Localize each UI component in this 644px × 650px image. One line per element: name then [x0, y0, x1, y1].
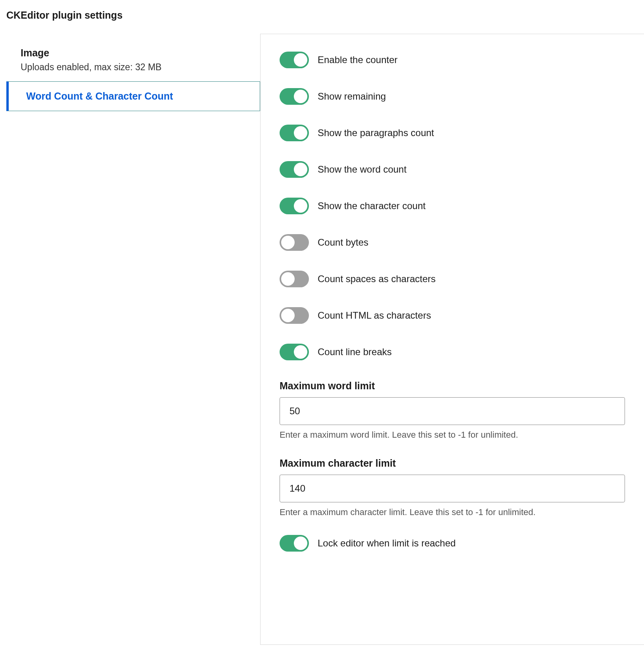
field-help-max-char: Enter a maximum character limit. Leave t…	[280, 507, 625, 517]
toggle-show-remaining[interactable]	[280, 88, 309, 105]
field-max-word-limit: Maximum word limit Enter a maximum word …	[280, 380, 625, 440]
input-max-word[interactable]	[280, 397, 625, 425]
sidebar-tab-word-count[interactable]: Word Count & Character Count	[6, 81, 260, 111]
toggle-knob	[281, 272, 295, 286]
page-title: CKEditor plugin settings	[6, 10, 644, 21]
field-label-max-char: Maximum character limit	[280, 458, 625, 469]
toggle-show-char-count[interactable]	[280, 198, 309, 214]
toggle-row: Count spaces as characters	[280, 271, 625, 287]
toggle-knob	[294, 126, 307, 140]
toggle-knob	[294, 345, 307, 359]
toggle-label: Count line breaks	[318, 346, 392, 358]
toggle-row: Show the paragraphs count	[280, 125, 625, 141]
toggle-enable-counter[interactable]	[280, 52, 309, 68]
toggle-label: Count bytes	[318, 237, 368, 248]
toggle-label: Enable the counter	[318, 54, 397, 65]
sidebar-tab-title: Image	[21, 47, 246, 59]
toggle-label: Show the word count	[318, 164, 406, 175]
toggle-row: Count HTML as characters	[280, 307, 625, 324]
toggle-row: Show the word count	[280, 161, 625, 178]
sidebar: Image Uploads enabled, max size: 32 MB W…	[6, 34, 260, 111]
sidebar-tab-image[interactable]: Image Uploads enabled, max size: 32 MB	[6, 38, 260, 81]
toggle-knob	[294, 90, 307, 103]
toggle-lock-editor[interactable]	[280, 535, 309, 552]
settings-layout: Image Uploads enabled, max size: 32 MB W…	[6, 34, 644, 645]
toggle-show-paragraphs[interactable]	[280, 125, 309, 141]
toggle-knob	[281, 309, 295, 322]
toggle-row: Show remaining	[280, 88, 625, 105]
toggle-row: Count line breaks	[280, 344, 625, 360]
toggle-label: Show remaining	[318, 91, 386, 102]
sidebar-tab-title: Word Count & Character Count	[26, 90, 245, 102]
toggle-knob	[294, 53, 307, 67]
toggle-row: Enable the counter	[280, 52, 625, 68]
input-max-char[interactable]	[280, 475, 625, 502]
toggle-knob	[294, 163, 307, 176]
sidebar-tab-subtitle: Uploads enabled, max size: 32 MB	[21, 62, 246, 73]
toggle-row: Lock editor when limit is reached	[280, 535, 625, 552]
toggle-count-bytes[interactable]	[280, 234, 309, 251]
toggle-label: Show the character count	[318, 200, 426, 212]
field-label-max-word: Maximum word limit	[280, 380, 625, 392]
toggle-show-word-count[interactable]	[280, 161, 309, 178]
toggle-label: Show the paragraphs count	[318, 127, 434, 138]
toggle-count-line-breaks[interactable]	[280, 344, 309, 360]
toggle-label: Count spaces as characters	[318, 273, 435, 285]
toggle-label: Count HTML as characters	[318, 310, 431, 321]
toggle-count-spaces[interactable]	[280, 271, 309, 287]
toggle-knob	[294, 537, 307, 550]
toggle-label: Lock editor when limit is reached	[318, 538, 456, 549]
toggle-row: Show the character count	[280, 198, 625, 214]
toggle-count-html[interactable]	[280, 307, 309, 324]
toggle-knob	[294, 199, 307, 213]
field-help-max-word: Enter a maximum word limit. Leave this s…	[280, 430, 625, 440]
toggle-row: Count bytes	[280, 234, 625, 251]
toggle-knob	[281, 236, 295, 249]
content-panel: Enable the counterShow remainingShow the…	[260, 34, 644, 645]
field-max-char-limit: Maximum character limit Enter a maximum …	[280, 458, 625, 517]
